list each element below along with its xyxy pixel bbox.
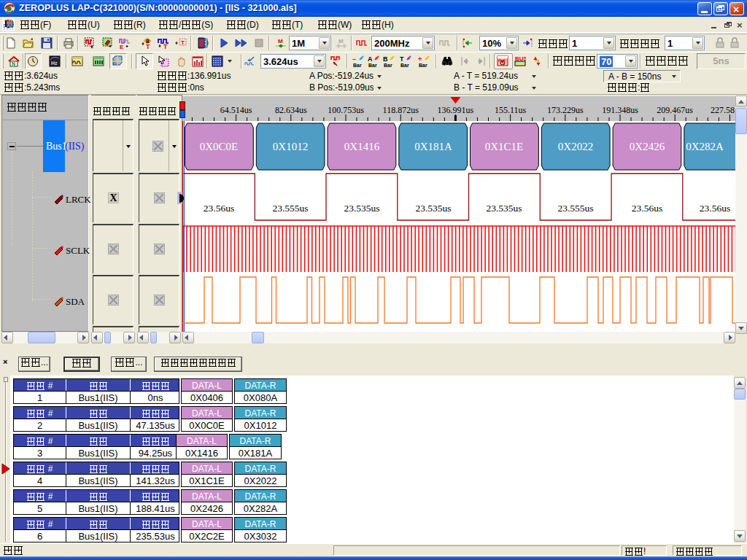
svg-text:0X2426: 0X2426 bbox=[630, 141, 665, 152]
svg-text:173.229us: 173.229us bbox=[547, 105, 584, 115]
svg-text:B: B bbox=[383, 55, 388, 63]
svg-text:0X2022: 0X2022 bbox=[558, 141, 593, 152]
svg-text:M: M bbox=[278, 38, 283, 44]
svg-text:82.634us: 82.634us bbox=[275, 105, 307, 115]
svg-text:Hz: Hz bbox=[51, 61, 58, 66]
svg-text:191.348us: 191.348us bbox=[602, 105, 638, 115]
svg-text:209.467us: 209.467us bbox=[657, 105, 693, 115]
svg-text:Bar: Bar bbox=[368, 63, 377, 67]
svg-text:Bar: Bar bbox=[384, 63, 392, 67]
svg-text:0X0C0E: 0X0C0E bbox=[200, 141, 239, 152]
svg-text:0X1416: 0X1416 bbox=[344, 141, 380, 152]
svg-text:23.535us: 23.535us bbox=[344, 203, 379, 214]
svg-text:0X1C1E: 0X1C1E bbox=[485, 141, 524, 152]
svg-text:N: N bbox=[12, 61, 15, 66]
svg-text:23.56us: 23.56us bbox=[700, 203, 730, 214]
svg-text:–: – bbox=[352, 55, 356, 63]
svg-text:Bar: Bar bbox=[419, 63, 427, 67]
svg-text:M: M bbox=[338, 38, 344, 44]
svg-text:23.555us: 23.555us bbox=[557, 203, 593, 214]
svg-text:0X282A: 0X282A bbox=[686, 141, 724, 152]
svg-text:+: + bbox=[418, 55, 422, 63]
svg-text:0X181A: 0X181A bbox=[414, 141, 452, 152]
svg-text:155.11us: 155.11us bbox=[495, 105, 527, 115]
svg-text:T: T bbox=[181, 39, 185, 46]
svg-text:23.56us: 23.56us bbox=[204, 203, 234, 214]
svg-text:100.753us: 100.753us bbox=[328, 105, 364, 115]
svg-text:23.535us: 23.535us bbox=[415, 203, 451, 214]
svg-text:23.555us: 23.555us bbox=[272, 203, 308, 214]
svg-text:23.56us: 23.56us bbox=[632, 203, 662, 214]
svg-text:A: A bbox=[368, 55, 373, 63]
svg-text:E: E bbox=[120, 44, 124, 49]
svg-text:T: T bbox=[400, 55, 404, 63]
svg-text:23.535us: 23.535us bbox=[486, 203, 522, 214]
svg-text:T: T bbox=[146, 43, 150, 49]
svg-text:136.991us: 136.991us bbox=[438, 105, 474, 115]
svg-text:Bar: Bar bbox=[353, 63, 362, 67]
svg-text:T: T bbox=[163, 43, 168, 49]
svg-text:0X1012: 0X1012 bbox=[273, 141, 308, 152]
svg-text:227.58: 227.58 bbox=[711, 105, 735, 115]
svg-text:64.514us: 64.514us bbox=[220, 105, 252, 115]
svg-text:Bar: Bar bbox=[400, 63, 409, 67]
svg-text:118.872us: 118.872us bbox=[383, 105, 419, 115]
